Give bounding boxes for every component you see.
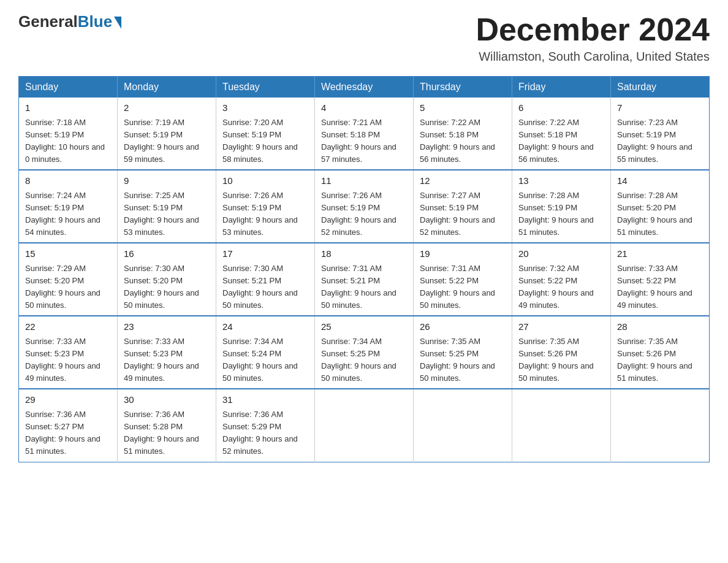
day-number: 10 [222, 174, 308, 188]
day-number: 16 [124, 247, 210, 261]
title-area: December 2024 Williamston, South Carolin… [476, 12, 710, 64]
day-info: Sunrise: 7:28 AMSunset: 5:19 PMDaylight:… [518, 190, 604, 239]
calendar-cell: 8Sunrise: 7:24 AMSunset: 5:19 PMDaylight… [19, 170, 118, 243]
day-info: Sunrise: 7:27 AMSunset: 5:19 PMDaylight:… [420, 190, 506, 239]
weekday-header-row: Sunday Monday Tuesday Wednesday Thursday… [19, 77, 710, 98]
header-monday: Monday [118, 77, 216, 98]
day-info: Sunrise: 7:28 AMSunset: 5:20 PMDaylight:… [617, 190, 703, 239]
header-tuesday: Tuesday [216, 77, 315, 98]
calendar-cell: 29Sunrise: 7:36 AMSunset: 5:27 PMDayligh… [19, 389, 118, 462]
calendar-cell: 21Sunrise: 7:33 AMSunset: 5:22 PMDayligh… [611, 243, 710, 316]
page-header: General Blue December 2024 Williamston, … [18, 12, 710, 64]
day-info: Sunrise: 7:36 AMSunset: 5:28 PMDaylight:… [124, 408, 210, 458]
calendar-cell: 1Sunrise: 7:18 AMSunset: 5:19 PMDaylight… [19, 98, 118, 170]
day-info: Sunrise: 7:19 AMSunset: 5:19 PMDaylight:… [124, 117, 210, 166]
calendar-cell: 13Sunrise: 7:28 AMSunset: 5:19 PMDayligh… [512, 170, 611, 243]
day-info: Sunrise: 7:35 AMSunset: 5:26 PMDaylight:… [518, 335, 604, 385]
calendar-cell: 31Sunrise: 7:36 AMSunset: 5:29 PMDayligh… [216, 389, 315, 462]
day-info: Sunrise: 7:30 AMSunset: 5:21 PMDaylight:… [222, 262, 308, 312]
day-number: 15 [25, 247, 111, 261]
day-number: 4 [321, 101, 407, 115]
day-info: Sunrise: 7:22 AMSunset: 5:18 PMDaylight:… [420, 117, 506, 166]
calendar-cell: 22Sunrise: 7:33 AMSunset: 5:23 PMDayligh… [19, 316, 118, 389]
day-info: Sunrise: 7:26 AMSunset: 5:19 PMDaylight:… [222, 190, 308, 239]
day-number: 9 [124, 174, 210, 188]
header-saturday: Saturday [611, 77, 710, 98]
day-number: 1 [25, 101, 111, 115]
calendar-cell: 15Sunrise: 7:29 AMSunset: 5:20 PMDayligh… [19, 243, 118, 316]
calendar-cell: 7Sunrise: 7:23 AMSunset: 5:19 PMDaylight… [611, 98, 710, 170]
day-info: Sunrise: 7:35 AMSunset: 5:25 PMDaylight:… [420, 335, 506, 385]
day-number: 30 [124, 393, 210, 407]
day-info: Sunrise: 7:35 AMSunset: 5:26 PMDaylight:… [617, 335, 703, 385]
logo-blue-text: Blue [78, 12, 112, 31]
day-number: 2 [124, 101, 210, 115]
calendar-title: December 2024 [476, 12, 710, 47]
day-number: 29 [25, 393, 111, 407]
day-number: 23 [124, 320, 210, 334]
day-number: 24 [222, 320, 308, 334]
calendar-cell: 24Sunrise: 7:34 AMSunset: 5:24 PMDayligh… [216, 316, 315, 389]
day-info: Sunrise: 7:18 AMSunset: 5:19 PMDaylight:… [25, 117, 111, 166]
day-info: Sunrise: 7:32 AMSunset: 5:22 PMDaylight:… [518, 262, 604, 312]
calendar-cell: 25Sunrise: 7:34 AMSunset: 5:25 PMDayligh… [315, 316, 414, 389]
calendar-cell: 5Sunrise: 7:22 AMSunset: 5:18 PMDaylight… [414, 98, 512, 170]
day-number: 19 [420, 247, 506, 261]
calendar-cell [414, 389, 512, 462]
day-number: 14 [617, 174, 703, 188]
calendar-cell: 11Sunrise: 7:26 AMSunset: 5:19 PMDayligh… [315, 170, 414, 243]
calendar-cell: 27Sunrise: 7:35 AMSunset: 5:26 PMDayligh… [512, 316, 611, 389]
calendar-cell: 17Sunrise: 7:30 AMSunset: 5:21 PMDayligh… [216, 243, 315, 316]
calendar-cell: 16Sunrise: 7:30 AMSunset: 5:20 PMDayligh… [118, 243, 216, 316]
day-info: Sunrise: 7:20 AMSunset: 5:19 PMDaylight:… [222, 117, 308, 166]
day-info: Sunrise: 7:33 AMSunset: 5:23 PMDaylight:… [25, 335, 111, 385]
day-number: 20 [518, 247, 604, 261]
day-number: 11 [321, 174, 407, 188]
day-number: 8 [25, 174, 111, 188]
day-number: 5 [420, 101, 506, 115]
day-number: 17 [222, 247, 308, 261]
day-number: 25 [321, 320, 407, 334]
day-info: Sunrise: 7:31 AMSunset: 5:22 PMDaylight:… [420, 262, 506, 312]
day-info: Sunrise: 7:31 AMSunset: 5:21 PMDaylight:… [321, 262, 407, 312]
calendar-table: Sunday Monday Tuesday Wednesday Thursday… [18, 76, 710, 462]
calendar-cell: 30Sunrise: 7:36 AMSunset: 5:28 PMDayligh… [118, 389, 216, 462]
day-number: 26 [420, 320, 506, 334]
calendar-cell: 4Sunrise: 7:21 AMSunset: 5:18 PMDaylight… [315, 98, 414, 170]
calendar-cell: 23Sunrise: 7:33 AMSunset: 5:23 PMDayligh… [118, 316, 216, 389]
calendar-cell: 6Sunrise: 7:22 AMSunset: 5:18 PMDaylight… [512, 98, 611, 170]
day-info: Sunrise: 7:33 AMSunset: 5:22 PMDaylight:… [617, 262, 703, 312]
day-number: 27 [518, 320, 604, 334]
day-info: Sunrise: 7:33 AMSunset: 5:23 PMDaylight:… [124, 335, 210, 385]
header-sunday: Sunday [19, 77, 118, 98]
calendar-cell: 19Sunrise: 7:31 AMSunset: 5:22 PMDayligh… [414, 243, 512, 316]
calendar-week-row: 8Sunrise: 7:24 AMSunset: 5:19 PMDaylight… [19, 170, 710, 243]
calendar-cell: 20Sunrise: 7:32 AMSunset: 5:22 PMDayligh… [512, 243, 611, 316]
day-number: 6 [518, 101, 604, 115]
day-info: Sunrise: 7:36 AMSunset: 5:27 PMDaylight:… [25, 408, 111, 458]
calendar-cell: 14Sunrise: 7:28 AMSunset: 5:20 PMDayligh… [611, 170, 710, 243]
day-info: Sunrise: 7:26 AMSunset: 5:19 PMDaylight:… [321, 190, 407, 239]
header-friday: Friday [512, 77, 611, 98]
header-wednesday: Wednesday [315, 77, 414, 98]
calendar-cell: 9Sunrise: 7:25 AMSunset: 5:19 PMDaylight… [118, 170, 216, 243]
calendar-cell [611, 389, 710, 462]
day-info: Sunrise: 7:21 AMSunset: 5:18 PMDaylight:… [321, 117, 407, 166]
day-number: 28 [617, 320, 703, 334]
calendar-cell: 18Sunrise: 7:31 AMSunset: 5:21 PMDayligh… [315, 243, 414, 316]
calendar-cell: 3Sunrise: 7:20 AMSunset: 5:19 PMDaylight… [216, 98, 315, 170]
day-info: Sunrise: 7:34 AMSunset: 5:24 PMDaylight:… [222, 335, 308, 385]
calendar-subtitle: Williamston, South Carolina, United Stat… [476, 50, 710, 64]
calendar-cell: 26Sunrise: 7:35 AMSunset: 5:25 PMDayligh… [414, 316, 512, 389]
header-thursday: Thursday [414, 77, 512, 98]
logo: General Blue [18, 12, 121, 31]
logo-triangle-icon [114, 17, 121, 29]
calendar-cell: 12Sunrise: 7:27 AMSunset: 5:19 PMDayligh… [414, 170, 512, 243]
calendar-cell: 10Sunrise: 7:26 AMSunset: 5:19 PMDayligh… [216, 170, 315, 243]
day-number: 7 [617, 101, 703, 115]
logo-general-text: General [18, 12, 78, 31]
calendar-week-row: 1Sunrise: 7:18 AMSunset: 5:19 PMDaylight… [19, 98, 710, 170]
day-number: 18 [321, 247, 407, 261]
day-info: Sunrise: 7:30 AMSunset: 5:20 PMDaylight:… [124, 262, 210, 312]
day-number: 31 [222, 393, 308, 407]
